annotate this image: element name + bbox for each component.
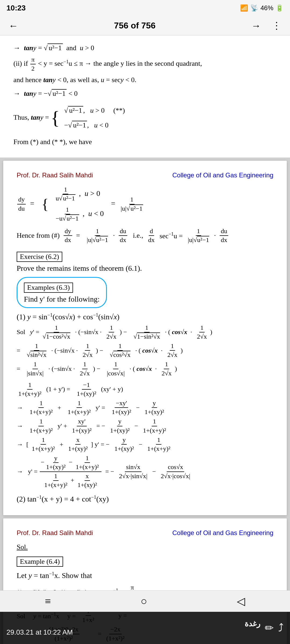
eq-c: → 11+(x+y)² y' + xy'1+(xy)² = − y1+(xy)²… — [17, 417, 273, 434]
eq-b: → 11+(x+y)² + 11+(x+y)² y' = −xy'1+(xy)²… — [17, 399, 273, 416]
prof-name-1: Prof. Dr. Raad Salih Mahdi — [17, 171, 93, 179]
bottom-bar: رغدة 29.03.21 at 10:22 AM ✏ ⤴ — [0, 612, 290, 644]
example-64-label: Example (6.4) — [17, 554, 273, 568]
dydu-label: dy du = — [17, 195, 36, 213]
share-button[interactable]: ⤴ — [278, 622, 284, 634]
forward-button[interactable]: → — [248, 20, 264, 31]
nav-home-button[interactable]: ○ — [133, 592, 155, 610]
dydu-equals: = 1 |u|√u²−1 — [109, 195, 144, 213]
battery-icon: 🔋 — [276, 4, 284, 12]
college-name-1: College of Oil and Gas Engineering — [172, 171, 273, 179]
line-ii: (ii) if π2 < y = sec−1u ≤ π → the angle … — [13, 56, 277, 73]
sol1-line2: = 1√sin²√x · (−sin√x · 12√x ) − 1√cos²√x… — [17, 342, 273, 359]
tany-piecewise: Thus, tany = { √u²−1, u > 0 (**) −√u²−1,… — [13, 104, 277, 132]
example-label: Example (6.4) — [17, 557, 63, 567]
exercise-label: Exercise (6.2) — [17, 252, 62, 262]
examples-text: Find y' for the following: — [24, 295, 100, 303]
exercise-section: Exercise (6.2) Prove the remains items o… — [17, 250, 273, 273]
nav-bar: ≡ ○ ◁ — [0, 590, 290, 612]
eq-e: → y' = −y1+(xy)² − 11+(x+y)² 11+(x+y)² +… — [17, 454, 273, 489]
problem-2: (2) tan−1(x + y) = 4 + cot−1(xy) — [17, 495, 273, 503]
status-bar: 10:23 📶 📡 46% 🔋 — [0, 0, 290, 16]
toolbar: ← 756 of 756 → ⋮ — [0, 16, 290, 35]
battery-text: 46% — [260, 4, 273, 12]
problem-1: (1) y = sin−1(cos√x) + cos−1(sin√x) Sol … — [17, 312, 273, 489]
top-page-content: → tany = √u²−1 and u > 0 (ii) if π2 < y … — [13, 42, 277, 148]
status-icons: 📶 📡 46% 🔋 — [240, 4, 284, 12]
sol1-line3: = 1|sin√x| · (−sin√x · 12√x ) − 1|cos√x|… — [17, 360, 273, 377]
top-page-partial: → tany = √u²−1 and u > 0 (ii) if π2 < y … — [0, 35, 290, 158]
card2-header: Prof. Dr. Raad Salih Mahdi College of Oi… — [17, 529, 273, 537]
card-1: Prof. Dr. Raad Salih Mahdi College of Oi… — [3, 161, 287, 515]
status-time: 10:23 — [6, 4, 26, 12]
edit-button[interactable]: ✏ — [265, 622, 274, 634]
page-counter: 756 of 756 — [26, 21, 244, 31]
prof-name-2: Prof. Dr. Raad Salih Mahdi — [17, 529, 93, 537]
college-name-2: College of Oil and Gas Engineering — [172, 529, 273, 537]
dydu-cases: 1 u√u²−1 , u > 0 1 −u√u²−1 , u < 0 — [54, 185, 104, 223]
examples-label: Examples (6.3) — [24, 283, 73, 293]
bottom-date: 29.03.21 at 10:22 AM — [6, 628, 260, 636]
line-tany-arrow: → tany = −√u²−1 < 0 — [13, 87, 277, 100]
brace-icon: { — [42, 197, 49, 211]
hence-row: Hence from (#) dydx = 1|u|√u²−1 · dudx i… — [17, 227, 273, 244]
exercise-text: Prove the remains items of theorem (6.1)… — [17, 264, 273, 273]
back-button[interactable]: ← — [5, 20, 21, 31]
wifi-icon: 📡 — [250, 4, 258, 12]
eq-a: 11+(x+y)² (1 + y') = −11+(xy)² (xy' + y) — [17, 381, 273, 398]
line-hence-tany: and hence tany < 0, as well as, u = secy… — [13, 74, 277, 86]
nav-menu-button[interactable]: ≡ — [37, 592, 59, 610]
example-64-text: Let y = tan−1x. Show that — [17, 571, 273, 580]
menu-button[interactable]: ⋮ — [269, 20, 285, 31]
nav-back-button[interactable]: ◁ — [229, 592, 253, 610]
bottom-title: رغدة — [6, 619, 260, 628]
sol-label: Sol. — [17, 543, 273, 551]
line-from-and-we-have: From (*) and (* *), we have — [13, 136, 277, 148]
line-tany-sqrt: → tany = √u²−1 and u > 0 — [13, 42, 277, 54]
sol1-line1: Sol y' = 1√1−cos²√x · (−sin√x · 12√x ) −… — [17, 324, 273, 341]
prob1-statement: (1) y = sin−1(cos√x) + cos−1(sin√x) — [17, 312, 273, 321]
card1-header: Prof. Dr. Raad Salih Mahdi College of Oi… — [17, 171, 273, 179]
content-area: → tany = √u²−1 and u > 0 (ii) if π2 < y … — [0, 35, 290, 644]
examples-section: Examples (6.3) Find y' for the following… — [17, 277, 107, 308]
signal-icon: 📶 — [240, 4, 248, 12]
bottom-bar-text: رغدة 29.03.21 at 10:22 AM — [6, 619, 260, 636]
dydu-block: dy du = { 1 u√u²−1 , u > 0 1 −u√ — [17, 185, 273, 223]
prob2-statement: (2) tan−1(x + y) = 4 + cot−1(xy) — [17, 495, 273, 503]
eq-d: → [ 11+(x+y)² + x1+(xy)² ] y' = − y1+(xy… — [17, 436, 273, 453]
